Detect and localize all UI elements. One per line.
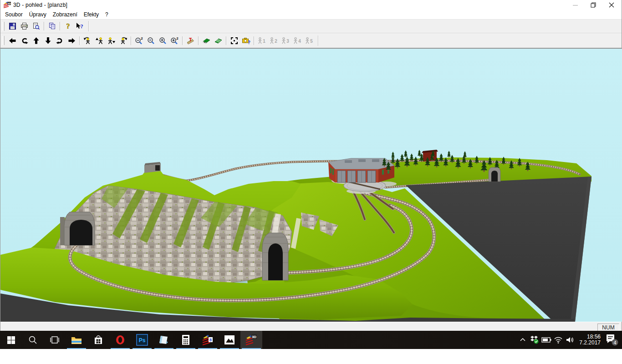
notification-badge: 4 [613,340,616,345]
railway-planner-3d-icon: 3D [245,334,257,346]
walker-turn-right-icon [119,37,127,45]
toolbar-grip[interactable] [2,36,5,45]
zoom-out-icon [147,37,155,45]
restore-button[interactable] [584,0,602,10]
railway-3d-label: 3D [252,335,256,339]
clock-date: 7.2.2017 [579,340,601,346]
help-icon: ? [64,22,72,30]
terrain-solid-icon [202,37,211,45]
zoom-in-2x-icon: 2 [170,37,179,45]
taskbar-photoshop[interactable]: Ps [131,331,153,349]
windows-logo-icon [7,336,15,344]
battery-icon [541,337,551,343]
taskbar-calculator[interactable] [175,331,197,349]
taskbar-photos[interactable] [219,331,240,349]
walk-turn-right-button[interactable] [117,35,128,46]
print-preview-button[interactable] [31,21,41,31]
taskbar-railway-planner-3d[interactable]: 3D [240,331,262,349]
tray-network[interactable] [552,331,564,349]
railway-badge: 8 [209,338,212,342]
svg-text:?: ? [80,23,83,30]
help-button[interactable]: ? [62,21,73,31]
taskbar-opera[interactable] [109,331,131,349]
zoom-out-2x-icon: 2 [135,37,143,45]
view-preset-2-button[interactable]: 2 [268,35,279,46]
taskbar-railway-planner-2d[interactable]: 8 [197,331,219,349]
screen: 3D 3D - pohled - [planzb] [0,0,622,364]
chevron-up-icon [520,337,526,343]
taskbar-store[interactable] [87,331,109,349]
action-center-button[interactable]: 4 [604,331,620,349]
view-preset-1-icon: 1 [257,37,267,45]
rotate-right-icon [56,37,64,45]
terrain-solid-button[interactable] [201,35,212,46]
dropbox-icon [530,335,539,344]
tray-expand-button[interactable] [517,331,529,349]
arrow-left-icon [9,37,16,45]
view-preset-4-icon: 4 [293,37,302,45]
viewport-3d[interactable] [0,48,622,322]
walk-backward-button[interactable] [106,35,117,46]
menu-efekty[interactable]: Efekty [81,10,102,19]
context-help-icon: ? [76,22,84,30]
fullscreen-button[interactable] [229,35,240,46]
view-preset-4-button[interactable]: 4 [292,35,303,46]
move-left-button[interactable] [7,35,18,46]
rotate-left-button[interactable] [19,35,30,46]
walker-turn-left-icon [83,37,92,45]
toolbar-separator [44,22,44,30]
toolbar-grip[interactable] [2,22,5,31]
app-icon-3d-label: 3D [7,2,11,5]
svg-text:4: 4 [298,39,301,44]
system-tray: 18:56 7.2.2017 4 [517,331,622,349]
snapshot-button[interactable]: ? [240,35,251,46]
view-preset-3-button[interactable]: 3 [280,35,291,46]
svg-text:2: 2 [141,37,143,40]
zoom-out-2x-button[interactable]: 2 [133,35,144,46]
context-help-button[interactable]: ? [74,21,85,31]
height-tool-button[interactable] [185,35,196,46]
tunnel-portal-center [262,233,288,280]
start-button[interactable] [0,331,22,349]
copy-button[interactable] [46,21,57,31]
menu-zobrazeni[interactable]: Zobrazení [50,10,81,19]
zoom-out-button[interactable] [145,35,156,46]
tray-volume[interactable] [564,331,576,349]
print-button[interactable] [19,21,30,31]
tray-clock[interactable]: 18:56 7.2.2017 [576,334,604,346]
wifi-icon [554,336,563,344]
height-tool-icon [187,37,194,45]
zoom-in-button[interactable] [157,35,168,46]
walk-forward-button[interactable] [94,35,105,46]
zoom-in-icon [159,37,167,45]
opera-icon [115,334,126,345]
move-down-button[interactable] [42,35,53,46]
move-right-button[interactable] [66,35,77,46]
taskbar-notepad[interactable] [153,331,175,349]
toolbar-3d: 2 [0,33,622,48]
svg-text:3: 3 [286,39,289,44]
copy-icon [48,22,56,30]
menu-help[interactable]: ? [102,10,112,19]
view-preset-1-button[interactable]: 1 [256,35,267,46]
walk-turn-left-button[interactable] [82,35,93,46]
menu-soubor[interactable]: Soubor [2,10,26,19]
view-preset-5-button[interactable]: 5 [304,35,315,46]
minimize-button[interactable] [566,0,584,10]
terrain-mesh-button[interactable] [213,35,224,46]
svg-text:?: ? [66,22,70,30]
menu-upravy[interactable]: Úpravy [26,10,50,19]
tray-dropbox[interactable] [529,331,540,349]
task-view-icon [50,336,60,344]
task-view-button[interactable] [44,331,66,349]
rotate-right-button[interactable] [54,35,65,46]
close-button[interactable] [602,0,621,10]
save-button[interactable] [7,21,18,31]
view-preset-3-icon: 3 [281,37,291,45]
photos-icon [224,335,235,345]
tray-battery[interactable] [540,331,552,349]
taskbar-file-explorer[interactable] [66,331,87,349]
move-up-button[interactable] [31,35,41,46]
zoom-in-2x-button[interactable]: 2 [169,35,180,46]
search-button[interactable] [22,331,44,349]
